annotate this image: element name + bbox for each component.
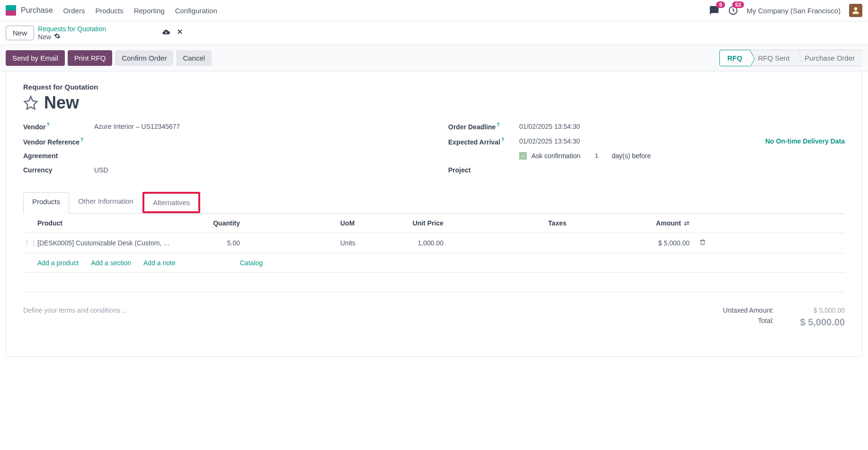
svg-point-1	[854, 7, 858, 10]
breadcrumb-current: New	[38, 33, 106, 41]
days-input[interactable]	[584, 152, 598, 160]
avatar[interactable]	[849, 4, 862, 17]
status-purchase-order[interactable]: Purchase Order	[797, 50, 862, 66]
deadline-label: Order Deadline?	[448, 122, 519, 131]
catalog-link[interactable]: Catalog	[240, 259, 263, 267]
line-qty[interactable]: 5.00	[189, 239, 246, 247]
line-uom[interactable]: Units	[246, 239, 340, 247]
add-product-link[interactable]: Add a product	[37, 259, 79, 267]
close-icon[interactable]	[176, 28, 184, 38]
col-taxes: Taxes	[449, 219, 572, 227]
line-row[interactable]: ⋮⋮ [DESK0005] Customizable Desk (Custom,…	[23, 233, 845, 253]
days-after-label: day(s) before	[611, 152, 650, 160]
topbar: Purchase Orders Products Reporting Confi…	[0, 0, 868, 21]
app-title[interactable]: Purchase	[21, 6, 53, 15]
cloud-upload-icon[interactable]	[162, 28, 170, 38]
tab-other-info[interactable]: Other Information	[69, 192, 142, 213]
print-rfq-button[interactable]: Print RFQ	[68, 50, 113, 66]
menu-configuration[interactable]: Configuration	[175, 7, 217, 15]
deadline-field[interactable]: 01/02/2025 13:54:30	[519, 123, 580, 130]
cancel-button[interactable]: Cancel	[176, 50, 212, 66]
add-section-link[interactable]: Add a section	[91, 259, 131, 267]
gear-icon[interactable]	[54, 33, 61, 41]
drag-handle-icon[interactable]: ⋮⋮	[23, 239, 37, 247]
add-row: Add a product Add a section Add a note C…	[23, 253, 845, 273]
company-selector[interactable]: My Company (San Francisco)	[747, 7, 841, 15]
untaxed-label: Untaxed Amount:	[723, 306, 774, 314]
new-button[interactable]: New	[6, 26, 34, 40]
activities-icon[interactable]: 53	[728, 5, 738, 16]
status-rfq[interactable]: RFQ	[719, 50, 751, 66]
breadcrumb-parent[interactable]: Requests for Quotation	[38, 25, 106, 33]
activities-badge: 53	[732, 1, 744, 8]
tab-products[interactable]: Products	[23, 192, 69, 214]
arrival-label: Expected Arrival?	[448, 137, 519, 146]
form-type-label: Request for Quotation	[23, 83, 845, 91]
vendor-label: Vendor?	[23, 122, 94, 131]
terms-field[interactable]: Define your terms and conditions ...	[23, 306, 127, 331]
messages-badge: 9	[716, 1, 725, 8]
breadcrumb-current-text: New	[38, 33, 51, 41]
tabs: Products Other Information Alternatives	[23, 192, 845, 214]
ask-confirmation-label: Ask confirmation	[531, 152, 580, 160]
terms-row: Define your terms and conditions ... Unt…	[23, 292, 845, 345]
col-uom: UoM	[246, 219, 340, 227]
expand-icon[interactable]: ⇄	[684, 219, 690, 227]
line-amount: $ 5,000.00	[572, 239, 695, 247]
messages-icon[interactable]: 9	[709, 5, 719, 16]
lines-header: Product Quantity UoM Unit Price Taxes Am…	[23, 214, 845, 233]
add-note-link[interactable]: Add a note	[143, 259, 176, 267]
no-ontime-link[interactable]: No On-time Delivery Data	[765, 137, 845, 145]
breadcrumb-bar: New Requests for Quotation New	[0, 21, 868, 45]
totals: Untaxed Amount: $ 5,000.00 Total: $ 5,00…	[723, 306, 845, 331]
col-quantity: Quantity	[189, 219, 246, 227]
trash-icon[interactable]	[695, 239, 709, 247]
menu-products[interactable]: Products	[95, 7, 123, 15]
send-email-button[interactable]: Send by Email	[6, 50, 65, 66]
project-label: Project	[448, 166, 519, 174]
form-content: Request for Quotation New Vendor? Azure …	[6, 72, 862, 357]
vendor-ref-label: Vendor Reference?	[23, 137, 94, 146]
menu-reporting[interactable]: Reporting	[134, 7, 165, 15]
col-amount: Amount⇄	[572, 219, 695, 227]
total-value: $ 5,000.00	[793, 317, 845, 328]
arrival-field[interactable]: 01/02/2025 13:54:30	[519, 137, 580, 145]
star-icon[interactable]	[23, 95, 38, 110]
line-unit-price[interactable]: 1,000.00	[340, 239, 449, 247]
status-rfq-sent[interactable]: RFQ Sent	[750, 50, 797, 66]
confirm-order-button[interactable]: Confirm Order	[115, 50, 173, 66]
currency-field[interactable]: USD	[94, 166, 108, 174]
total-label: Total:	[758, 317, 774, 328]
app-logo[interactable]	[6, 5, 16, 16]
document-name: New	[44, 93, 79, 113]
vendor-field[interactable]: Azure Interior – US12345677	[94, 123, 180, 130]
line-product[interactable]: [DESK0005] Customizable Desk (Custom, …	[37, 239, 189, 247]
col-product: Product	[37, 219, 189, 227]
action-bar: Send by Email Print RFQ Confirm Order Ca…	[0, 45, 868, 72]
menu-orders[interactable]: Orders	[63, 7, 85, 15]
untaxed-value: $ 5,000.00	[793, 306, 845, 314]
tab-alternatives[interactable]: Alternatives	[142, 192, 200, 213]
currency-label: Currency	[23, 166, 94, 174]
status-bar: RFQ RFQ Sent Purchase Order	[719, 50, 862, 66]
ask-confirmation-checkbox[interactable]: ✓	[519, 152, 527, 160]
agreement-label: Agreement	[23, 152, 94, 160]
col-unit-price: Unit Price	[340, 219, 449, 227]
